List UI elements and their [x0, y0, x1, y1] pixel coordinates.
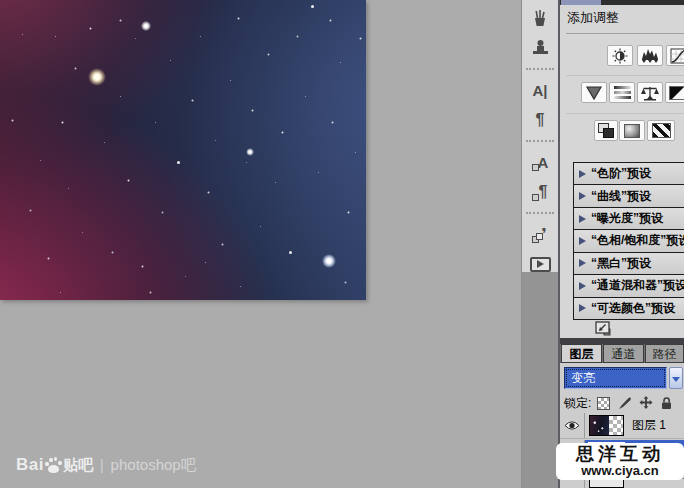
divider	[566, 113, 684, 114]
tab-paths[interactable]: 路径	[645, 344, 684, 363]
tab-channels[interactable]: 通道	[603, 344, 644, 363]
layers-panel-tabs: 图层 通道 路径	[560, 344, 684, 363]
dock-empty-area	[521, 272, 558, 488]
right-panel: 添加调整	[558, 0, 684, 488]
lock-label: 锁定:	[564, 395, 591, 412]
baidu-paw-icon	[45, 457, 62, 474]
bright-star	[322, 254, 336, 268]
bright-star	[88, 68, 106, 86]
lock-all-icon[interactable]	[660, 396, 673, 410]
baidu-tieba-watermark: Bai 贴吧 | photoshop吧	[16, 452, 196, 478]
blend-mode-value: 变亮	[567, 370, 595, 387]
dock-separator[interactable]	[526, 68, 554, 70]
photo-filter-icon[interactable]	[594, 120, 618, 141]
tab-layers[interactable]: 图层	[561, 344, 602, 363]
brightness-contrast-icon[interactable]	[607, 45, 633, 66]
preset-row-curves[interactable]: “曲线”预设	[574, 185, 684, 207]
levels-icon[interactable]	[637, 45, 663, 66]
preset-row-levels[interactable]: “色阶”预设	[574, 163, 684, 185]
color-balance-icon[interactable]	[637, 82, 663, 103]
expand-triangle-icon[interactable]	[579, 282, 586, 290]
layer-thumbnail[interactable]	[589, 415, 624, 436]
blend-mode-dropdown-button[interactable]	[669, 367, 683, 389]
hue-saturation-icon[interactable]	[609, 82, 635, 103]
eye-icon	[564, 420, 580, 431]
photoshop-workspace: A| ¶ A ¶ ❜ 添加调整	[0, 0, 684, 488]
blend-mode-select[interactable]: 变亮	[564, 367, 667, 389]
visibility-toggle[interactable]	[560, 479, 585, 488]
expand-triangle-icon[interactable]	[579, 192, 586, 200]
adjustments-tab-sliver[interactable]	[561, 0, 601, 5]
expand-triangle-icon[interactable]	[579, 304, 586, 312]
clone-source-icon[interactable]	[522, 33, 558, 61]
layer-name: 图层 1	[632, 417, 666, 434]
expand-triangle-icon[interactable]	[579, 259, 586, 267]
bright-star	[141, 21, 151, 31]
preset-row-selective-color[interactable]: “可选颜色”预设	[574, 298, 684, 319]
expand-triangle-icon[interactable]	[579, 170, 586, 178]
paragraph-panel-icon[interactable]: ¶	[522, 106, 558, 134]
panel-tab-strip	[560, 0, 684, 5]
invert-icon[interactable]	[647, 120, 675, 141]
paragraph-styles-icon[interactable]: ¶	[522, 178, 558, 206]
black-white-icon[interactable]	[665, 82, 684, 103]
adjustment-preset-list: “色阶”预设 “曲线”预设 “曝光度”预设 “色相/饱和度”预设 “黑白”预设 …	[573, 162, 684, 320]
brushes-icon[interactable]	[522, 4, 558, 32]
expand-triangle-icon[interactable]	[579, 237, 586, 245]
starfield-decoration	[0, 0, 1, 1]
lock-row: 锁定:	[564, 395, 682, 411]
layer-comps-icon[interactable]: ❜	[522, 220, 558, 248]
adjustments-title: 添加调整	[567, 9, 619, 27]
lock-transparency-icon[interactable]	[597, 397, 610, 410]
preset-row-channel-mixer[interactable]: “通道混和器”预设	[574, 275, 684, 297]
layer-row-layer1[interactable]: 图层 1	[560, 413, 684, 439]
dock-separator[interactable]	[526, 140, 554, 142]
panel-dock-strip: A| ¶ A ¶ ❜	[521, 0, 558, 272]
lock-paint-icon[interactable]	[618, 396, 632, 410]
character-styles-icon[interactable]: A	[522, 148, 558, 176]
lock-position-icon[interactable]	[639, 396, 653, 410]
curves-icon[interactable]	[666, 45, 684, 66]
ciya-watermark: 思洋互动 www.ciya.cn	[556, 443, 684, 480]
visibility-toggle[interactable]	[560, 413, 585, 438]
preset-row-hue-saturation[interactable]: “色相/饱和度”预设	[574, 230, 684, 252]
canvas-image[interactable]	[0, 0, 366, 300]
divider	[566, 75, 684, 76]
preset-row-black-white[interactable]: “黑白”预设	[574, 253, 684, 275]
divider	[566, 33, 684, 34]
channel-mixer-icon[interactable]	[619, 120, 645, 141]
expand-triangle-icon[interactable]	[579, 215, 586, 223]
chevron-down-icon	[672, 377, 680, 382]
dock-separator[interactable]	[526, 212, 554, 214]
preset-row-exposure[interactable]: “曝光度”预设	[574, 208, 684, 230]
vibrance-icon[interactable]	[581, 82, 607, 103]
layer-thumbnail[interactable]	[589, 479, 624, 488]
character-panel-icon[interactable]: A|	[522, 76, 558, 104]
bright-star	[246, 148, 254, 156]
